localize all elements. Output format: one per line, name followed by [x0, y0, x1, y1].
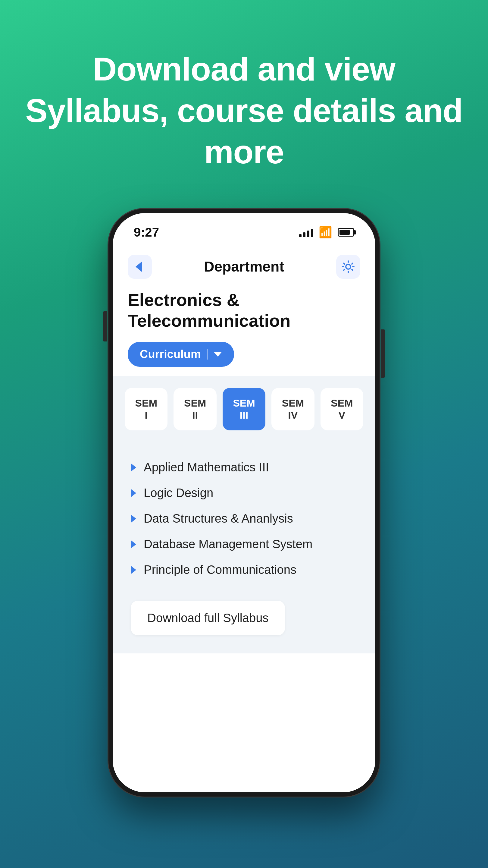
screen-content: Department — [113, 246, 375, 792]
phone-screen: 9:27 📶 — [113, 213, 375, 792]
department-name: Electronics &Telecommunication — [128, 289, 360, 331]
curriculum-label: Curriculum — [140, 348, 201, 361]
phone-mockup: 9:27 📶 — [108, 209, 380, 797]
status-bar: 9:27 📶 — [113, 213, 375, 246]
course-item-1[interactable]: Applied Mathematics III — [131, 455, 357, 480]
courses-section: Applied Mathematics III Logic Design Dat… — [113, 439, 375, 595]
status-icons: 📶 — [299, 226, 354, 239]
svg-rect-7 — [351, 268, 353, 271]
semester-section: SEMI SEMII SEMIII SEMIV SEMV — [113, 376, 375, 440]
wifi-icon: 📶 — [319, 226, 332, 239]
course-chevron-icon — [131, 463, 136, 472]
sem-tab-1[interactable]: SEMI — [125, 388, 167, 431]
course-chevron-icon — [131, 489, 136, 497]
status-time: 9:27 — [134, 225, 159, 240]
hero-section: Download and view Syllabus, course detai… — [0, 48, 488, 173]
battery-icon — [338, 228, 354, 237]
brightness-button[interactable] — [336, 255, 360, 279]
signal-icon — [299, 227, 313, 237]
dropdown-chevron-icon — [214, 352, 222, 356]
svg-rect-4 — [343, 262, 345, 265]
sun-rays-icon — [341, 260, 355, 273]
phone-shell: 9:27 📶 — [108, 209, 380, 797]
sem-tab-2[interactable]: SEMII — [173, 388, 216, 431]
hero-title: Download and view Syllabus, course detai… — [24, 48, 464, 173]
back-button[interactable] — [128, 255, 152, 279]
svg-rect-2 — [342, 266, 344, 267]
department-section: Electronics &Telecommunication Curriculu… — [113, 286, 375, 376]
course-chevron-icon — [131, 566, 136, 574]
course-name-4: Database Management System — [144, 537, 313, 551]
svg-rect-3 — [352, 266, 355, 267]
svg-rect-5 — [351, 262, 353, 265]
download-section: Download full Syllabus — [113, 595, 375, 653]
sem-tab-4[interactable]: SEMIV — [271, 388, 314, 431]
svg-rect-1 — [348, 271, 349, 273]
course-name-1: Applied Mathematics III — [144, 461, 269, 474]
nav-bar: Department — [113, 246, 375, 286]
course-item-5[interactable]: Principle of Communications — [131, 557, 357, 583]
course-chevron-icon — [131, 540, 136, 549]
course-name-2: Logic Design — [144, 486, 213, 500]
course-item-3[interactable]: Data Structures & Ananlysis — [131, 506, 357, 531]
course-item-4[interactable]: Database Management System — [131, 531, 357, 557]
curriculum-dropdown[interactable]: Curriculum — [128, 342, 234, 367]
sem-tab-5[interactable]: SEMV — [321, 388, 363, 431]
back-chevron-icon — [135, 261, 142, 272]
sem-tab-3[interactable]: SEMIII — [223, 388, 265, 431]
course-name-3: Data Structures & Ananlysis — [144, 512, 293, 525]
course-name-5: Principle of Communications — [144, 563, 296, 577]
download-button[interactable]: Download full Syllabus — [131, 601, 285, 635]
sun-icon — [341, 260, 355, 273]
semester-tabs: SEMI SEMII SEMIII SEMIV SEMV — [125, 388, 363, 431]
svg-rect-0 — [348, 260, 349, 263]
svg-rect-6 — [343, 268, 345, 271]
course-chevron-icon — [131, 515, 136, 523]
course-item-2[interactable]: Logic Design — [131, 480, 357, 506]
nav-title: Department — [204, 258, 284, 275]
